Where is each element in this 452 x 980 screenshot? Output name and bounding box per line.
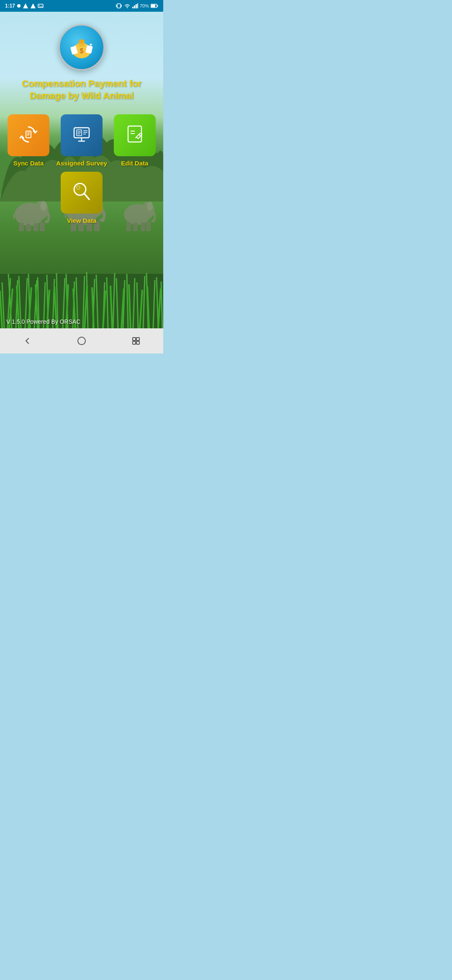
svg-line-116	[84, 193, 89, 199]
app-icon: $ ✦ ✦	[59, 24, 105, 70]
wifi-icon	[124, 3, 131, 8]
battery-display: 70%	[140, 3, 149, 8]
main-content: $ ✦ ✦ Compensation Payment for Damage by…	[0, 12, 163, 328]
signal-icon	[132, 3, 138, 8]
home-button[interactable]	[69, 333, 94, 349]
svg-rect-97	[26, 131, 31, 138]
menu-row-2: View Data	[61, 172, 103, 224]
svg-rect-122	[136, 341, 139, 344]
edit-btn-box[interactable]	[114, 114, 156, 156]
svg-point-74	[17, 4, 21, 8]
svg-rect-84	[136, 4, 137, 8]
view-label: View Data	[67, 217, 97, 224]
svg-point-91	[79, 39, 85, 44]
nav-icon-1	[23, 3, 28, 9]
menu-row-1: Sync Data	[8, 114, 156, 167]
notification-dot	[17, 4, 21, 8]
svg-marker-76	[31, 3, 36, 8]
view-icon	[70, 180, 93, 205]
nav-icon-2	[30, 3, 36, 9]
svg-rect-88	[157, 5, 158, 7]
svg-marker-75	[23, 3, 28, 8]
svg-rect-85	[137, 3, 138, 8]
image-icon	[38, 4, 44, 8]
svg-rect-79	[117, 4, 121, 8]
svg-rect-121	[133, 341, 136, 344]
svg-point-117	[77, 186, 80, 189]
recent-icon	[131, 336, 141, 346]
svg-rect-82	[132, 7, 134, 8]
recent-button[interactable]	[123, 333, 149, 349]
view-btn-box[interactable]	[61, 172, 103, 214]
edit-icon	[123, 123, 146, 148]
app-title: Compensation Payment for Damage by Wild …	[0, 78, 163, 102]
status-right: 70%	[116, 3, 158, 9]
survey-icon	[70, 123, 93, 148]
app-icon-emoji: $ ✦ ✦	[67, 31, 96, 64]
edit-data-button[interactable]: Edit Data	[114, 114, 156, 167]
svg-text:$: $	[80, 47, 84, 54]
assigned-survey-button[interactable]: Assigned Survey	[56, 114, 107, 167]
svg-rect-83	[134, 5, 135, 8]
svg-rect-120	[136, 338, 139, 340]
survey-btn-box[interactable]	[61, 114, 103, 156]
sync-btn-box[interactable]	[8, 114, 49, 156]
payment-icon-svg: $ ✦ ✦	[67, 31, 96, 60]
sync-icon	[17, 123, 40, 148]
svg-line-112	[136, 137, 136, 138]
svg-rect-87	[151, 5, 155, 7]
battery-icon	[151, 3, 158, 8]
view-data-button[interactable]: View Data	[61, 172, 103, 224]
time-display: 1:17	[5, 3, 15, 9]
status-left: 1:17	[5, 3, 44, 9]
menu-grid: Sync Data	[0, 114, 163, 224]
back-button[interactable]	[15, 333, 40, 349]
status-bar: 1:17	[0, 0, 163, 12]
svg-point-118	[78, 337, 85, 345]
navigation-bar	[0, 328, 163, 353]
svg-point-78	[39, 5, 40, 6]
edit-label: Edit Data	[121, 160, 148, 167]
sync-data-button[interactable]: Sync Data	[8, 114, 49, 167]
survey-label: Assigned Survey	[56, 160, 107, 167]
svg-rect-119	[133, 338, 136, 340]
back-icon	[22, 336, 32, 346]
vibrate-icon	[116, 3, 122, 9]
sync-label: Sync Data	[13, 160, 44, 167]
version-text: V 1.5.0 Powered By ORSAC	[6, 318, 80, 325]
home-icon	[77, 336, 87, 346]
